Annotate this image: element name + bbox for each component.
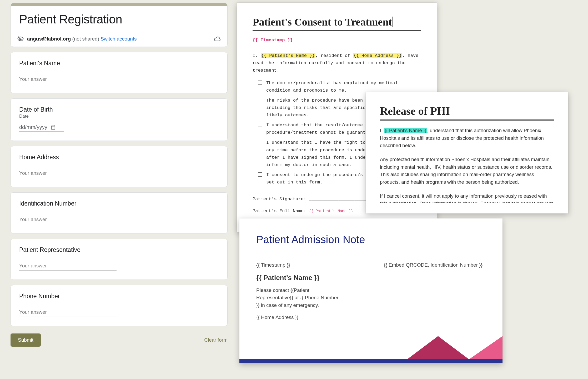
clear-form-link[interactable]: Clear form (204, 337, 228, 343)
question-dob: Date of Birth Date dd/mm/yyyy (11, 98, 228, 141)
rule (380, 119, 554, 121)
question-sublabel: Date (19, 114, 219, 119)
merge-tag-qrcode: {{ Embed QRCODE, Identification Number }… (384, 261, 486, 269)
address-input[interactable] (19, 169, 117, 178)
question-phone: Phone Number (11, 285, 228, 326)
phi-title: Release of PHI (380, 105, 554, 117)
account-row: angus@labnol.org (not shared) Switch acc… (11, 31, 228, 47)
question-label: Identification Number (19, 200, 219, 207)
submit-button[interactable]: Submit (11, 333, 41, 347)
merge-tag-home-address: {{ Home Address }} (256, 314, 342, 321)
account-email: angus@labnol.org (27, 36, 71, 42)
visibility-off-icon (17, 36, 24, 42)
phi-body: I, {{ Patient's Name }}, understand that… (380, 127, 554, 203)
dob-placeholder: dd/mm/yyyy (19, 124, 47, 130)
question-label: Patient Representative (19, 246, 219, 253)
text-cursor-icon (393, 17, 393, 27)
footer-bar (239, 359, 502, 363)
form-title-card: Patient Registration (11, 3, 228, 31)
question-id: Identification Number (11, 192, 228, 233)
document-canvas: Patient's Consent to Treatment {{ Timest… (237, 3, 584, 376)
admission-timestamp: {{ Timestamp }} (256, 261, 342, 269)
question-label: Phone Number (19, 293, 219, 300)
merge-tag-home-address: {{ Home Address }} (353, 53, 402, 58)
merge-tag-patient-name: {{ Patient's Name }} (309, 209, 353, 213)
merge-tag-patient-name: {{ Patient's Name }} (261, 53, 315, 58)
question-label: Home Address (19, 154, 219, 161)
question-label: Patient's Name (19, 60, 219, 67)
dob-input[interactable]: dd/mm/yyyy (19, 123, 64, 132)
triangle-shape-icon (406, 336, 470, 360)
text: I, (380, 128, 384, 133)
admission-grid: {{ Timestamp }} {{ Patient's Name }} Ple… (256, 261, 486, 326)
admission-contact: Please contact {{Patient Representative}… (256, 287, 342, 309)
phi-paragraph: Any protected health information Phoenix… (380, 156, 554, 186)
form-actions: Submit Clear form (11, 333, 228, 347)
consent-title: Patient's Consent to Treatment (253, 16, 392, 28)
id-input[interactable] (19, 215, 117, 224)
admission-left: {{ Timestamp }} {{ Patient's Name }} Ple… (256, 261, 342, 326)
name-input[interactable] (19, 75, 117, 84)
rep-input[interactable] (19, 261, 117, 271)
cloud-icon (214, 36, 221, 42)
doc-phi: Release of PHI I, {{ Patient's Name }}, … (366, 92, 568, 213)
question-name: Patient's Name (11, 52, 228, 93)
calendar-icon (51, 125, 56, 130)
form-title: Patient Registration (19, 12, 219, 26)
question-address: Home Address (11, 146, 228, 187)
phone-input[interactable] (19, 308, 117, 317)
merge-tag-patient-name: {{ Patient's Name }} (384, 128, 427, 133)
admission-right: {{ Embed QRCODE, Identification Number }… (384, 261, 486, 326)
switch-accounts-link[interactable]: Switch accounts (100, 36, 137, 42)
admission-footer (239, 337, 502, 363)
question-rep: Patient Representative (11, 239, 228, 280)
doc-admission: Patient Admission Note {{ Timestamp }} {… (239, 218, 502, 363)
admission-title: Patient Admission Note (256, 234, 486, 246)
consent-timestamp: {{ Timestamp }} (253, 38, 421, 43)
triangle-shape-icon (468, 336, 502, 360)
not-shared-label: (not shared) (72, 36, 99, 42)
text: I, (253, 53, 261, 58)
merge-tag-patient-name: {{ Patient's Name }} (256, 274, 342, 282)
google-form-column: Patient Registration angus@labnol.org (n… (11, 3, 228, 347)
phi-paragraph: If I cancel consent, it will not apply t… (380, 192, 554, 203)
rule (253, 30, 421, 31)
question-label: Date of Birth (19, 106, 219, 113)
text: Patient's Full Name: (253, 208, 309, 213)
text: , resident of (315, 53, 353, 58)
